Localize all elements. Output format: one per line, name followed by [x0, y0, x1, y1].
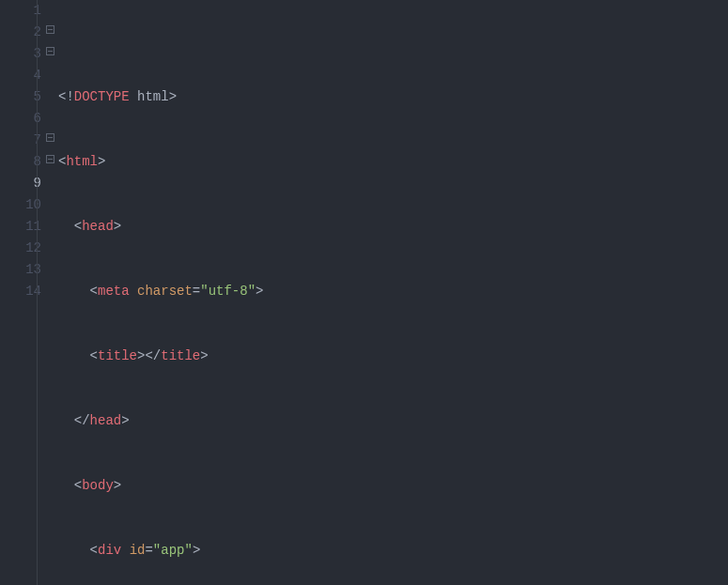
code-line[interactable]: <head>	[58, 216, 728, 238]
line-number: 3	[0, 43, 45, 65]
token-eq: =	[145, 543, 152, 558]
line-number: 9	[0, 173, 45, 194]
token-tag-b: >	[200, 348, 208, 363]
line-number: 14	[0, 281, 45, 302]
token-txt	[121, 543, 129, 558]
token-tag-b: <	[58, 219, 82, 234]
token-txt	[130, 284, 137, 299]
code-line[interactable]: <body>	[58, 475, 728, 497]
line-number: 8	[0, 151, 45, 173]
code-editor[interactable]: 1 2 3 4 5 6 7 8 9 10 11 12 13 14 <!DOCTY…	[0, 0, 728, 585]
token-tag-b: >	[256, 284, 263, 299]
token-doctype: <!	[58, 89, 74, 104]
token-str: "utf-8"	[200, 284, 256, 299]
token-str: "app"	[153, 543, 193, 558]
line-number-gutter: 1 2 3 4 5 6 7 8 9 10 11 12 13 14	[0, 0, 45, 585]
token-tag-b: >	[114, 219, 121, 234]
code-line[interactable]: </head>	[58, 410, 728, 432]
token-tag-b: >	[114, 478, 121, 493]
token-attr: id	[130, 543, 146, 558]
line-number: 2	[0, 22, 45, 43]
line-number: 11	[0, 216, 45, 238]
line-number: 7	[0, 130, 45, 151]
token-attr: charset	[137, 284, 193, 299]
code-line[interactable]: <div id="app">	[58, 540, 728, 562]
line-number: 5	[0, 86, 45, 108]
code-line[interactable]: <title></title>	[58, 346, 728, 367]
token-tag: body	[82, 478, 114, 493]
code-area[interactable]: <!DOCTYPE html> <html> <head> <meta char…	[45, 0, 728, 585]
code-line[interactable]: <html>	[58, 151, 728, 173]
token-tag-b: >	[193, 543, 200, 558]
token-tag-b: ></	[137, 348, 161, 363]
line-number: 6	[0, 108, 45, 130]
token-tag: DOCTYPE	[74, 89, 130, 104]
line-number: 10	[0, 194, 45, 216]
token-tag: head	[82, 219, 114, 234]
line-number: 1	[0, 0, 45, 22]
indent-guide	[37, 0, 38, 585]
token-tag-b: <	[58, 478, 82, 493]
token-tag-b: >	[121, 413, 129, 428]
token-eq: =	[193, 284, 200, 299]
token-tag-b: <	[58, 543, 98, 558]
line-number: 4	[0, 65, 45, 86]
token-tag-b: >	[98, 154, 105, 169]
token-tag-b: <	[58, 284, 98, 299]
token-tag: title	[98, 348, 137, 363]
token-doctype: html>	[130, 89, 177, 104]
token-tag-b: </	[58, 413, 90, 428]
token-tag: title	[161, 348, 200, 363]
token-tag: html	[66, 154, 98, 169]
token-tag: head	[90, 413, 122, 428]
line-number: 12	[0, 238, 45, 259]
token-tag: meta	[98, 284, 130, 299]
token-tag: div	[98, 543, 121, 558]
code-line[interactable]: <!DOCTYPE html>	[58, 86, 728, 108]
code-line[interactable]: <meta charset="utf-8">	[58, 281, 728, 302]
line-number: 13	[0, 259, 45, 281]
token-tag-b: <	[58, 348, 98, 363]
